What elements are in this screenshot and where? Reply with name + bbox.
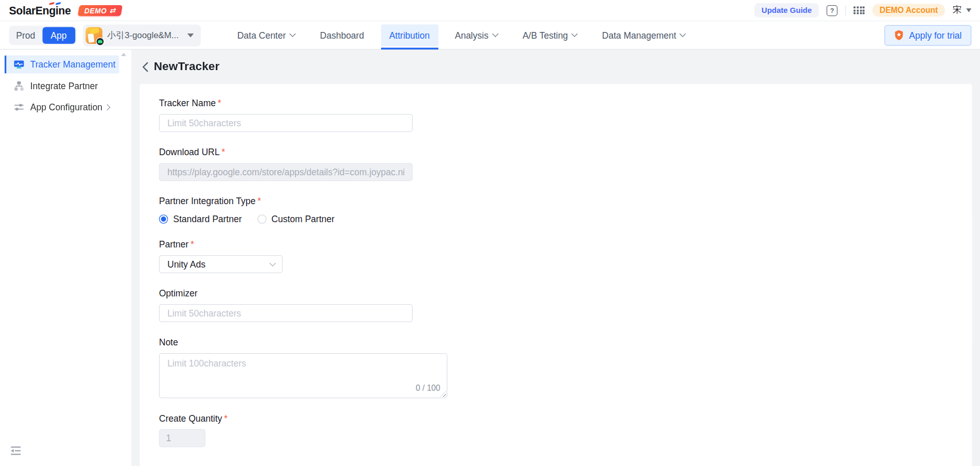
env-toggle: Prod App [9,25,77,45]
user-menu[interactable]: 宋 [953,5,971,16]
help-icon[interactable]: ? [827,5,837,15]
logo-area: SolarEngine DEMO ⇄ [9,3,122,18]
app-icon [85,27,102,44]
page-title: NewTracker [154,60,220,73]
content-layout: Tracker Management Integrate Partner [0,49,980,466]
primary-nav: Data Center Dashboard Attribution Analys… [229,21,693,49]
field-create-quantity: Create Quantity * [159,413,953,447]
nav-item-dashboard[interactable]: Dashboard [312,24,372,46]
demo-badge-label: DEMO [84,7,107,14]
integration-type-label: Partner Integration Type * [159,196,953,206]
sidebar-item-integrate-partner[interactable]: Integrate Partner [0,77,131,95]
char-counter: 0 / 100 [416,384,440,393]
main-content: NewTracker Tracker Name * Download URL * [131,49,980,466]
vertical-divider [845,6,846,15]
create-quantity-input [159,429,205,447]
sidebar-item-app-configuration[interactable]: App Configuration [0,98,131,116]
tracker-name-input[interactable] [159,114,413,132]
sidebar-item-label: Integrate Partner [30,80,98,91]
chevron-down-icon [289,30,296,37]
integrate-partner-icon [13,80,24,91]
sidebar-item-label: Tracker Management [30,59,116,70]
nav-item-data-management[interactable]: Data Management [594,24,694,46]
nav-item-attribution[interactable]: Attribution [381,24,438,46]
app-selector-label: 小引3-google&M... [107,29,179,41]
required-mark: * [224,413,228,423]
note-textarea-wrap: 0 / 100 [159,353,448,398]
nav-label: Data Center [237,30,286,40]
nav-label: Attribution [389,30,430,40]
radio-custom-partner[interactable]: Custom Partner [257,214,335,224]
radio-selected-icon [159,214,168,224]
chevron-down-icon [680,30,686,37]
chevron-down-icon [572,30,578,37]
collapse-sidebar-button[interactable] [10,446,22,458]
optimizer-label: Optimizer [159,288,953,298]
field-note: Note 0 / 100 [159,337,953,398]
selector-caret-icon [187,33,194,37]
update-guide-badge[interactable]: Update Guide [754,3,819,18]
shield-icon [895,30,904,41]
nav-item-analysis[interactable]: Analysis [446,24,506,46]
tracker-monitor-icon [13,59,24,70]
solarengine-logo: SolarEngine [9,3,71,18]
partner-select-value: Unity Ads [167,259,205,270]
apps-grid-icon[interactable] [854,6,865,14]
demo-account-badge: DEMO Account [872,4,945,17]
logo-text: SolarEngine [9,5,71,17]
nav-label: A/B Testing [523,30,568,40]
apply-trial-label: Apply for trial [909,30,961,40]
sidebar: Tracker Management Integrate Partner [0,49,131,466]
radio-standard-partner[interactable]: Standard Partner [159,214,242,224]
chevron-left-icon [142,61,149,72]
chevron-down-icon [269,260,276,266]
top-bar: SolarEngine DEMO ⇄ Update Guide ? DEMO A… [0,0,980,21]
radio-unselected-icon [257,214,267,224]
nav-label: Dashboard [320,30,364,40]
menu-fold-icon [10,446,22,456]
field-optimizer: Optimizer [159,288,953,322]
tracker-name-label: Tracker Name * [159,98,953,108]
app-nav-bar: Prod App 小引3-google&M... Data Center Das… [0,21,980,49]
app-selector[interactable]: 小引3-google&M... [83,24,201,46]
note-label: Note [159,337,953,347]
chevron-down-icon [492,30,498,37]
topbar-right-cluster: Update Guide ? DEMO Account 宋 [754,3,971,18]
app-configuration-icon [13,102,24,112]
required-mark: * [218,98,221,108]
radio-label: Standard Partner [173,214,242,224]
scroll-up-icon [121,53,126,56]
field-partner: Partner * Unity Ads [159,239,953,273]
field-tracker-name: Tracker Name * [159,98,953,132]
swap-arrows-icon: ⇄ [109,6,115,14]
user-name: 宋 [953,5,962,16]
apply-for-trial-button[interactable]: Apply for trial [885,25,971,45]
chevron-right-icon [104,104,110,110]
nav-item-data-center[interactable]: Data Center [229,24,303,46]
sidebar-item-tracker-management[interactable]: Tracker Management [5,56,119,74]
env-app-button[interactable]: App [42,27,75,44]
caret-down-icon [966,8,971,12]
nav-item-ab-testing[interactable]: A/B Testing [514,24,585,46]
page-header: NewTracker [131,49,980,84]
download-url-input [159,163,413,181]
demo-mode-badge[interactable]: DEMO ⇄ [77,5,122,15]
field-integration-type: Partner Integration Type * Standard Part… [159,196,953,224]
form-card: Tracker Name * Download URL * Partner In… [140,84,972,466]
integration-type-radio-group: Standard Partner Custom Partner [159,212,953,224]
radio-label: Custom Partner [271,214,335,224]
partner-label: Partner * [159,239,953,249]
env-prod-button[interactable]: Prod [9,30,42,40]
optimizer-input[interactable] [159,304,413,322]
nav-label: Data Management [602,30,676,40]
back-button[interactable] [141,59,150,74]
create-quantity-label: Create Quantity * [159,413,953,423]
required-mark: * [221,147,225,157]
android-badge-icon [96,37,104,45]
app-root: SolarEngine DEMO ⇄ Update Guide ? DEMO A… [0,0,980,466]
nav-label: Analysis [455,30,488,40]
field-download-url: Download URL * [159,147,953,181]
required-mark: * [257,196,261,206]
note-textarea[interactable] [159,353,448,398]
partner-select[interactable]: Unity Ads [159,255,283,273]
